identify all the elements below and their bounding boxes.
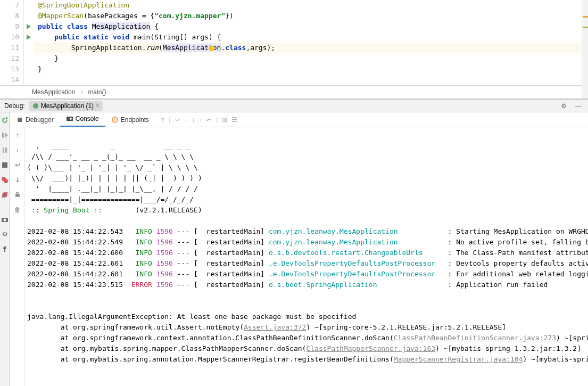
- endpoints-icon: [112, 117, 118, 123]
- debug-tool-window: Debug: MesApplication (1) × ⚙ —: [0, 99, 588, 386]
- line-number: 8: [0, 11, 19, 21]
- scroll-down-icon[interactable]: ↓: [13, 145, 22, 155]
- caret-indicator: [209, 46, 214, 51]
- annotation: @SpringBootApplication: [38, 1, 129, 9]
- tab-endpoints[interactable]: Endpoints: [105, 112, 155, 127]
- step-into-icon[interactable]: ↓: [184, 116, 187, 124]
- svg-point-10: [4, 179, 8, 183]
- exception-line: java.lang.IllegalArgumentException: At l…: [27, 313, 356, 321]
- keyword: public static void: [54, 33, 134, 41]
- bug-icon: [32, 103, 39, 109]
- evaluate-icon[interactable]: ⊞: [222, 116, 227, 124]
- settings-icon[interactable]: ⚙: [0, 229, 10, 239]
- source-link[interactable]: MapperScannerRegistrar.java:104: [394, 355, 523, 363]
- banner-line: /\\ / ___'_ __ _ _(_)_ __ __ _ \ \ \ \: [27, 153, 194, 161]
- stack-trace-line: at org.mybatis.spring.annotation.MapperS…: [27, 354, 588, 365]
- step-over-icon[interactable]: ⤻: [175, 116, 180, 124]
- resume-icon[interactable]: [0, 130, 10, 140]
- svg-rect-6: [3, 147, 4, 153]
- banner-line: ' |____| .__|_| |_|_| |_\__, | / / / /: [27, 185, 198, 193]
- pause-icon[interactable]: [0, 145, 10, 155]
- code-text: }): [225, 12, 234, 20]
- banner-line: \\/ ___)| |_)| | | | | || (_| | ) ) ) ): [27, 174, 202, 182]
- pin-icon[interactable]: [0, 244, 10, 254]
- camera-icon[interactable]: [0, 215, 10, 224]
- code-editor: 7 8 9 10 11 12 13 14 @SpringBootApplicat…: [0, 0, 588, 99]
- line-number: 10: [0, 32, 19, 43]
- run-gutter: [24, 0, 34, 85]
- code-text: (basePackages = {: [84, 12, 154, 20]
- print-icon[interactable]: 🖶: [13, 190, 22, 200]
- line-number: 9: [0, 21, 19, 32]
- scroll-up-icon[interactable]: ↑: [13, 130, 22, 140]
- soft-wrap-icon[interactable]: ↩: [13, 160, 22, 170]
- tab-label: Console: [76, 115, 99, 122]
- svg-point-2: [33, 103, 38, 109]
- banner-line: ( ( )\___ | '_ | '_| | '_ \/ _` | \ \ \ …: [27, 163, 198, 171]
- code-text: ,args);: [246, 44, 275, 52]
- debug-inner-tabs: Debugger Console Endpoints ≡ | ⤻ ↓ ↓ ↑: [10, 112, 588, 127]
- mute-breakpoints-icon[interactable]: [0, 190, 10, 200]
- source-link[interactable]: ClassPathMapperScanner.java:163: [306, 344, 435, 352]
- svg-marker-0: [27, 24, 31, 29]
- stack-trace-line: at org.springframework.util.Assert.notEm…: [27, 322, 588, 333]
- svg-marker-1: [27, 35, 31, 40]
- chevron-right-icon: ›: [80, 88, 82, 96]
- tab-label: Endpoints: [121, 116, 149, 124]
- tab-label: Debugger: [26, 116, 54, 124]
- debugger-icon: [16, 117, 23, 123]
- line-number: 7: [0, 0, 19, 11]
- debug-left-toolbar: ⚙: [0, 112, 10, 386]
- error-stripe[interactable]: [582, 0, 588, 85]
- trace-icon[interactable]: ☰: [231, 116, 237, 124]
- svg-marker-5: [5, 133, 8, 138]
- line-number: 13: [0, 64, 19, 75]
- gear-icon[interactable]: ⚙: [559, 102, 569, 110]
- console-output[interactable]: . ____ _ __ _ _ /\\ / ___'_ __ _ _(_)_ _…: [25, 127, 588, 386]
- method: main: [134, 33, 150, 41]
- breadcrumb-item[interactable]: MesApplication: [32, 88, 75, 96]
- run-icon[interactable]: [24, 21, 34, 32]
- breadcrumb-item[interactable]: main(): [88, 88, 106, 96]
- line-number-gutter: 7 8 9 10 11 12 13 14: [0, 0, 24, 85]
- svg-rect-4: [2, 133, 4, 138]
- debug-session-tab[interactable]: MesApplication (1) ×: [29, 101, 103, 111]
- code-content[interactable]: @SpringBootApplication @MapperScan(baseP…: [34, 0, 588, 85]
- spring-boot-label: :: Spring Boot ::: [27, 206, 102, 214]
- line-number: 11: [0, 43, 19, 53]
- debug-label: Debug:: [4, 102, 25, 110]
- code-text: {: [150, 22, 159, 30]
- breadcrumb: MesApplication › main(): [0, 85, 588, 98]
- svg-rect-15: [18, 118, 22, 122]
- line-number: 12: [0, 53, 19, 64]
- banner-line: =========|_|==============|___/=/_/_/_/: [27, 195, 194, 203]
- log-line: 2022-02-08 15:44:22.601 INFO 1596 --- [ …: [27, 269, 588, 280]
- clear-all-icon[interactable]: 🗑: [13, 205, 22, 215]
- console-icon: [67, 116, 73, 122]
- method-call: run: [146, 44, 159, 52]
- source-link[interactable]: Assert.java:372: [244, 323, 306, 331]
- drop-frame-icon[interactable]: ⤺: [206, 116, 212, 124]
- close-icon[interactable]: ×: [96, 102, 100, 110]
- line-number: 14: [0, 75, 19, 85]
- svg-rect-8: [2, 162, 7, 168]
- log-line: 2022-02-08 15:44:22.543 INFO 1596 --- [ …: [27, 226, 588, 237]
- tab-debugger[interactable]: Debugger: [10, 112, 60, 127]
- force-step-into-icon[interactable]: ↓: [192, 116, 195, 124]
- source-link[interactable]: ClassPathBeanDefinitionScanner.java:273: [394, 334, 556, 342]
- code-text: SpringApplication.: [71, 44, 146, 52]
- log-line: 2022-02-08 15:44:23.515 ERROR 1596 --- […: [27, 280, 588, 290]
- code-text: (String[] args) {: [150, 33, 221, 41]
- view-breakpoints-icon[interactable]: [0, 175, 10, 185]
- tab-console[interactable]: Console: [60, 112, 105, 127]
- rerun-icon[interactable]: [0, 116, 10, 125]
- string-literal: "com.yjzn.mapper": [154, 12, 225, 20]
- stop-icon[interactable]: [0, 160, 10, 170]
- stack-trace-line: at org.springframework.context.annotatio…: [27, 333, 588, 343]
- minimize-icon[interactable]: —: [573, 102, 584, 110]
- step-out-icon[interactable]: ↑: [199, 116, 202, 124]
- scroll-to-end-icon[interactable]: ⤓: [13, 175, 22, 185]
- keyword: class: [225, 44, 246, 52]
- run-icon[interactable]: [24, 32, 34, 43]
- toolbar-icon[interactable]: ≡: [161, 116, 164, 124]
